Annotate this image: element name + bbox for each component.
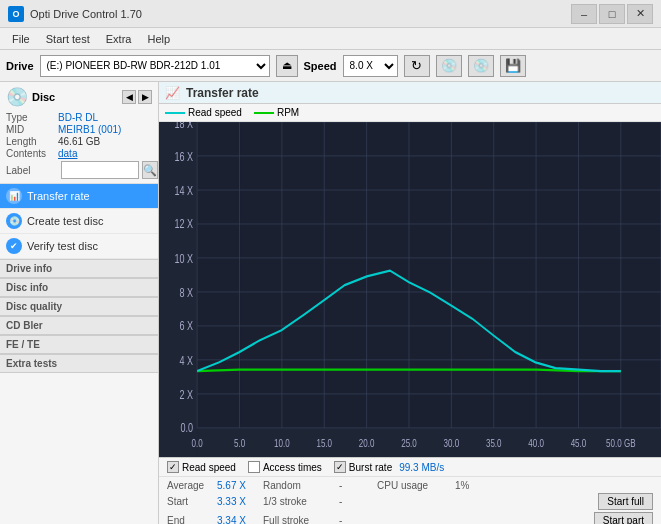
legend-read-speed: Read speed bbox=[165, 107, 242, 118]
section-extra-tests[interactable]: Extra tests bbox=[0, 354, 158, 373]
menu-extra[interactable]: Extra bbox=[98, 31, 140, 47]
stat-random-value: - bbox=[339, 480, 369, 491]
disc-label-label: Label bbox=[6, 165, 58, 176]
stats-rows: Average 5.67 X Random - CPU usage 1% Sta… bbox=[159, 477, 661, 524]
verify-test-icon: ✔ bbox=[6, 238, 22, 254]
start-part-button[interactable]: Start part bbox=[594, 512, 653, 524]
nav-verify-test-disc[interactable]: ✔ Verify test disc bbox=[0, 234, 158, 259]
svg-text:14 X: 14 X bbox=[175, 183, 194, 197]
section-disc-quality[interactable]: Disc quality bbox=[0, 297, 158, 316]
cb-access-times-label: Access times bbox=[263, 462, 322, 473]
stat-cpu-value: 1% bbox=[455, 480, 653, 491]
disc-length-value: 46.61 GB bbox=[58, 136, 100, 147]
svg-text:45.0: 45.0 bbox=[571, 436, 587, 449]
stat-start-label: Start bbox=[167, 496, 209, 507]
cb-burst-rate-box[interactable]: ✓ bbox=[334, 461, 346, 473]
drive-label: Drive bbox=[6, 60, 34, 72]
nav-transfer-rate[interactable]: 📊 Transfer rate bbox=[0, 184, 158, 209]
left-panel: 💿 Disc ◀ ▶ Type BD-R DL MID MEIRB1 (001)… bbox=[0, 82, 159, 524]
section-disc-info[interactable]: Disc info bbox=[0, 278, 158, 297]
start-full-button[interactable]: Start full bbox=[598, 493, 653, 510]
disc-button1[interactable]: 💿 bbox=[436, 55, 462, 77]
speed-label: Speed bbox=[304, 60, 337, 72]
disc-contents-row: Contents data bbox=[6, 148, 152, 159]
menubar: File Start test Extra Help bbox=[0, 28, 661, 50]
section-drive-info[interactable]: Drive info bbox=[0, 259, 158, 278]
svg-text:25.0: 25.0 bbox=[401, 436, 417, 449]
disc-section: 💿 Disc ◀ ▶ Type BD-R DL MID MEIRB1 (001)… bbox=[0, 82, 158, 184]
close-button[interactable]: ✕ bbox=[627, 4, 653, 24]
nav-create-test-label: Create test disc bbox=[27, 215, 103, 227]
nav-transfer-rate-label: Transfer rate bbox=[27, 190, 90, 202]
disc-type-label: Type bbox=[6, 112, 58, 123]
stat-average-label: Average bbox=[167, 480, 209, 491]
disc-icon: 💿 bbox=[6, 86, 28, 108]
legend-rpm-color bbox=[254, 112, 274, 114]
disc-button2[interactable]: 💿 bbox=[468, 55, 494, 77]
svg-text:50.0 GB: 50.0 GB bbox=[606, 436, 636, 449]
eject-button[interactable]: ⏏ bbox=[276, 55, 298, 77]
drive-select[interactable]: (E:) PIONEER BD-RW BDR-212D 1.01 bbox=[40, 55, 270, 77]
chart-header: 📈 Transfer rate bbox=[159, 82, 661, 104]
svg-text:10 X: 10 X bbox=[175, 252, 194, 266]
disc-quality-label: Disc quality bbox=[6, 301, 62, 312]
legend-read-speed-label: Read speed bbox=[188, 107, 242, 118]
right-panel: 📈 Transfer rate Read speed RPM bbox=[159, 82, 661, 524]
svg-text:35.0: 35.0 bbox=[486, 436, 502, 449]
legend-rpm-label: RPM bbox=[277, 107, 299, 118]
menu-help[interactable]: Help bbox=[139, 31, 178, 47]
cb-access-times-box[interactable] bbox=[248, 461, 260, 473]
disc-mid-row: MID MEIRB1 (001) bbox=[6, 124, 152, 135]
stat-average-value: 5.67 X bbox=[217, 480, 255, 491]
nav-create-test-disc[interactable]: 💿 Create test disc bbox=[0, 209, 158, 234]
section-fe-te[interactable]: FE / TE bbox=[0, 335, 158, 354]
svg-rect-2 bbox=[197, 122, 661, 428]
drive-toolbar: Drive (E:) PIONEER BD-RW BDR-212D 1.01 ⏏… bbox=[0, 50, 661, 82]
cb-read-speed: ✓ Read speed bbox=[167, 461, 236, 473]
chart-svg: 18 X 16 X 14 X 12 X 10 X 8 X 6 X 4 X 2 X… bbox=[159, 122, 661, 457]
create-test-icon: 💿 bbox=[6, 213, 22, 229]
disc-label-input[interactable] bbox=[61, 161, 139, 179]
speed-select[interactable]: 8.0 X bbox=[343, 55, 398, 77]
disc-mid-value: MEIRB1 (001) bbox=[58, 124, 121, 135]
svg-text:8 X: 8 X bbox=[180, 285, 194, 299]
stat-1-3-stroke-value: - bbox=[339, 496, 369, 507]
svg-text:0.0: 0.0 bbox=[192, 436, 204, 449]
chart-icon: 📈 bbox=[165, 86, 180, 100]
stat-row-average: Average 5.67 X Random - CPU usage 1% bbox=[167, 480, 653, 491]
refresh-button[interactable]: ↻ bbox=[404, 55, 430, 77]
disc-length-row: Length 46.61 GB bbox=[6, 136, 152, 147]
svg-text:40.0: 40.0 bbox=[528, 436, 544, 449]
disc-arrow-right[interactable]: ▶ bbox=[138, 90, 152, 104]
disc-contents-label: Contents bbox=[6, 148, 58, 159]
cb-burst-rate: ✓ Burst rate 99.3 MB/s bbox=[334, 461, 444, 473]
stat-1-3-stroke-label: 1/3 stroke bbox=[263, 496, 331, 507]
minimize-button[interactable]: – bbox=[571, 4, 597, 24]
menu-starttest[interactable]: Start test bbox=[38, 31, 98, 47]
disc-contents-value[interactable]: data bbox=[58, 148, 77, 159]
disc-label-row: Label 🔍 bbox=[6, 161, 152, 179]
svg-text:10.0: 10.0 bbox=[274, 436, 290, 449]
stat-random-label: Random bbox=[263, 480, 331, 491]
cb-read-speed-label: Read speed bbox=[182, 462, 236, 473]
transfer-rate-icon: 📊 bbox=[6, 188, 22, 204]
section-cd-bler[interactable]: CD Bler bbox=[0, 316, 158, 335]
maximize-button[interactable]: □ bbox=[599, 4, 625, 24]
nav-verify-test-label: Verify test disc bbox=[27, 240, 98, 252]
save-button[interactable]: 💾 bbox=[500, 55, 526, 77]
chart-legend: Read speed RPM bbox=[159, 104, 661, 122]
disc-arrow-left[interactable]: ◀ bbox=[122, 90, 136, 104]
svg-text:2 X: 2 X bbox=[180, 387, 194, 401]
menu-file[interactable]: File bbox=[4, 31, 38, 47]
stat-start-value: 3.33 X bbox=[217, 496, 255, 507]
disc-header: 💿 Disc ◀ ▶ bbox=[6, 86, 152, 108]
fe-te-label: FE / TE bbox=[6, 339, 40, 350]
disc-label-button[interactable]: 🔍 bbox=[142, 161, 158, 179]
cb-read-speed-box[interactable]: ✓ bbox=[167, 461, 179, 473]
svg-text:18 X: 18 X bbox=[175, 122, 194, 130]
cb-burst-rate-value: 99.3 MB/s bbox=[399, 462, 444, 473]
disc-mid-label: MID bbox=[6, 124, 58, 135]
stat-row-start: Start 3.33 X 1/3 stroke - Start full bbox=[167, 493, 653, 510]
nav-section: 📊 Transfer rate 💿 Create test disc ✔ Ver… bbox=[0, 184, 158, 259]
svg-text:20.0: 20.0 bbox=[359, 436, 375, 449]
